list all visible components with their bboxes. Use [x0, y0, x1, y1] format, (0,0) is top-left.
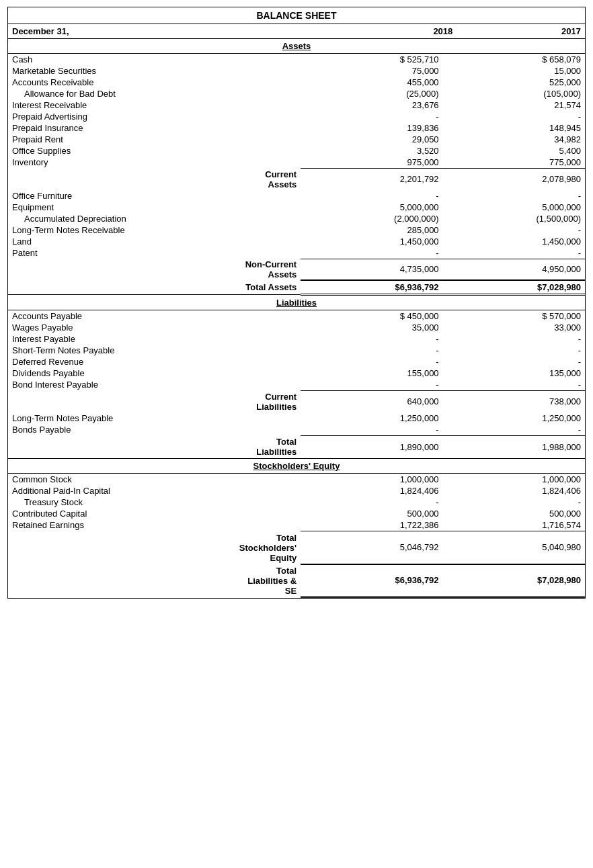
value-2018: 29,050 — [301, 134, 442, 145]
value-2017: - — [443, 247, 585, 259]
row-label: Retained Earnings — [8, 519, 235, 531]
value-2018: - — [301, 345, 442, 356]
table-row: Long-Term Notes Payable1,250,0001,250,00… — [8, 413, 585, 424]
row-label: Prepaid Advertising — [8, 111, 235, 122]
total-liabilities-label: Total Liabilities — [235, 435, 301, 459]
table-row: Additional Paid-In Capital1,824,4061,824… — [8, 485, 585, 496]
table-row: Dividends Payable155,000135,000 — [8, 367, 585, 379]
row-label: Dividends Payable — [8, 367, 235, 379]
table-row: Land1,450,0001,450,000 — [8, 236, 585, 247]
row-label: Office Furniture — [8, 190, 235, 202]
row-label: Equipment — [8, 202, 235, 213]
table-row: Bonds Payable-- — [8, 424, 585, 436]
assets-label: Assets — [8, 39, 585, 54]
value-2018: 75,000 — [301, 65, 442, 77]
value-2018: 285,000 — [301, 224, 442, 236]
title-row: BALANCE SHEET — [8, 7, 585, 24]
value-2017: - — [443, 224, 585, 236]
value-2018: 35,000 — [301, 322, 442, 333]
total-liabilities-row: Total Liabilities 1,890,000 1,988,000 — [8, 435, 585, 459]
value-2018: $ 450,000 — [301, 310, 442, 322]
current-assets-row: Current Assets 2,201,792 2,078,980 — [8, 169, 585, 190]
table-row: Long-Term Notes Receivable285,000- — [8, 224, 585, 236]
value-2017: - — [443, 111, 585, 122]
table-row: Interest Payable-- — [8, 333, 585, 345]
row-label: Interest Receivable — [8, 99, 235, 111]
value-2017: 525,000 — [443, 77, 585, 88]
noncurrent-assets-label: Non-Current Assets — [235, 259, 301, 280]
row-label: Prepaid Insurance — [8, 122, 235, 134]
row-label: Patent — [8, 247, 235, 259]
value-2018: - — [301, 496, 442, 508]
value-2018: - — [301, 424, 442, 436]
value-2017: $ 658,079 — [443, 54, 585, 65]
value-2018: (2,000,000) — [301, 213, 442, 224]
value-2017: 1,000,000 — [443, 474, 585, 485]
liabilities-label: Liabilities — [8, 295, 585, 310]
row-label: Deferred Revenue — [8, 356, 235, 367]
value-2018: - — [301, 190, 442, 202]
row-label: Treasury Stock — [8, 496, 235, 508]
row-label: Accumulated Depreciation — [8, 213, 235, 224]
row-label: Bond Interest Payable — [8, 379, 235, 391]
value-2017: 1,824,406 — [443, 485, 585, 496]
liabilities-section-header: Liabilities — [8, 295, 585, 310]
value-2017: 135,000 — [443, 367, 585, 379]
value-2017: - — [443, 345, 585, 356]
total-liabilities-2018: 1,890,000 — [301, 435, 442, 459]
row-label: Inventory — [8, 157, 235, 169]
value-2018: 1,722,386 — [301, 519, 442, 531]
value-2018: 975,000 — [301, 157, 442, 169]
value-2018: 23,676 — [301, 99, 442, 111]
value-2018: 155,000 — [301, 367, 442, 379]
value-2018: 5,000,000 — [301, 202, 442, 213]
table-row: Equipment5,000,0005,000,000 — [8, 202, 585, 213]
value-2017: 5,000,000 — [443, 202, 585, 213]
current-assets-2018: 2,201,792 — [301, 169, 442, 190]
row-label: Interest Payable — [8, 333, 235, 345]
noncurrent-assets-2018: 4,735,000 — [301, 259, 442, 280]
total-assets-2017: $7,028,980 — [443, 280, 585, 295]
value-2017: (105,000) — [443, 88, 585, 99]
total-equity-label: Total Stockholders' Equity — [235, 531, 301, 564]
total-equity-row: Total Stockholders' Equity 5,046,792 5,0… — [8, 531, 585, 564]
table-row: Allowance for Bad Debt(25,000)(105,000) — [8, 88, 585, 99]
row-label: Marketable Securities — [8, 65, 235, 77]
total-liabilities-se-2017: $7,028,980 — [443, 564, 585, 597]
table-row: Contributed Capital500,000500,000 — [8, 508, 585, 519]
value-2018: 1,250,000 — [301, 413, 442, 424]
value-2018: $ 525,710 — [301, 54, 442, 65]
row-label: Accounts Payable — [8, 310, 235, 322]
value-2018: - — [301, 379, 442, 391]
row-label: Bonds Payable — [8, 424, 235, 436]
table-row: Short-Term Notes Payable-- — [8, 345, 585, 356]
row-label: Allowance for Bad Debt — [8, 88, 235, 99]
value-2017: $ 570,000 — [443, 310, 585, 322]
current-liabilities-label: Current Liabilities — [235, 391, 301, 413]
row-label: Prepaid Rent — [8, 134, 235, 145]
table-row: Treasury Stock-- — [8, 496, 585, 508]
current-liabilities-2018: 640,000 — [301, 391, 442, 413]
table-row: Cash$ 525,710$ 658,079 — [8, 54, 585, 65]
value-2018: 1,000,000 — [301, 474, 442, 485]
value-2017: 21,574 — [443, 99, 585, 111]
table-row: Bond Interest Payable-- — [8, 379, 585, 391]
row-label: Cash — [8, 54, 235, 65]
current-liabilities-2017: 738,000 — [443, 391, 585, 413]
value-2017: - — [443, 333, 585, 345]
table-row: Inventory975,000775,000 — [8, 157, 585, 169]
value-2018: - — [301, 247, 442, 259]
row-label: Long-Term Notes Payable — [8, 413, 235, 424]
value-2017: 775,000 — [443, 157, 585, 169]
sheet-title: BALANCE SHEET — [8, 7, 585, 24]
table-row: Accounts Payable$ 450,000$ 570,000 — [8, 310, 585, 322]
value-2017: 15,000 — [443, 65, 585, 77]
row-label: Office Supplies — [8, 145, 235, 157]
total-liabilities-2017: 1,988,000 — [443, 435, 585, 459]
table-row: Prepaid Insurance139,836148,945 — [8, 122, 585, 134]
balance-sheet: BALANCE SHEET December 31, 2018 2017 Ass… — [7, 7, 586, 599]
total-liabilities-se-2018: $6,936,792 — [301, 564, 442, 597]
table-row: Office Supplies3,5205,400 — [8, 145, 585, 157]
equity-section-header: Stockholders' Equity — [8, 459, 585, 474]
total-equity-2017: 5,040,980 — [443, 531, 585, 564]
